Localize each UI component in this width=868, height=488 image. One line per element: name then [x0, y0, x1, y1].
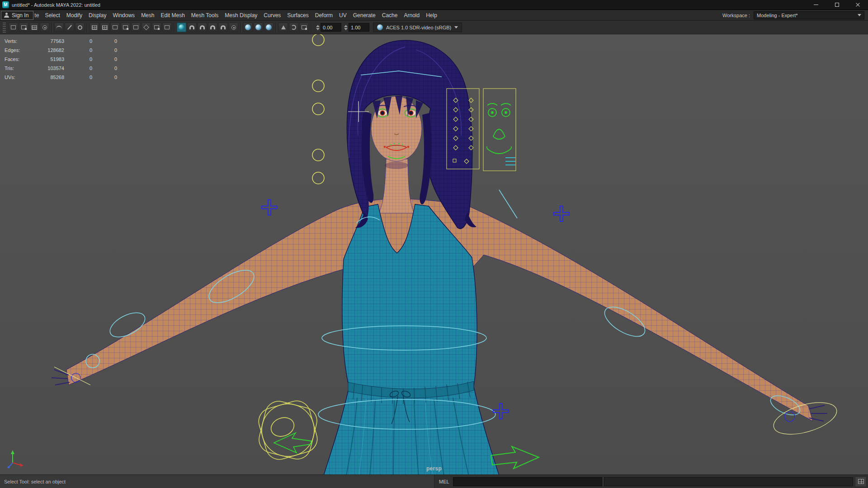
object-mode-icon — [21, 25, 26, 29]
menu-select[interactable]: Select — [42, 10, 63, 20]
lasso-select-button[interactable] — [54, 23, 64, 32]
menu-create-clipped[interactable]: te — [33, 10, 42, 20]
hud-extra: 0 — [92, 55, 117, 64]
workspace-dropdown[interactable]: Modeling - Expert* — [754, 11, 864, 19]
select-by-object-button[interactable] — [19, 23, 28, 32]
maya-app-icon[interactable]: M — [2, 1, 9, 8]
view-grid-button-3[interactable] — [110, 23, 120, 32]
brush-icon — [67, 25, 71, 30]
viewport[interactable]: Verts: 77563 0 0 Edges: 128682 0 0 Faces… — [0, 34, 868, 474]
mel-command-input[interactable] — [453, 477, 602, 486]
toolbar-separator — [87, 23, 87, 33]
sphere-icon — [255, 24, 261, 30]
soft-select-button[interactable] — [75, 23, 85, 32]
menu-surfaces[interactable]: Surfaces — [284, 10, 311, 20]
menu-help[interactable]: Help — [423, 10, 440, 20]
toolbar-separator — [311, 23, 311, 33]
magnet-grid-icon — [189, 25, 194, 29]
maya-window: M untitled* - Autodesk MAYA 2022: untitl… — [0, 0, 868, 488]
layout-button-3[interactable] — [152, 23, 161, 32]
layout-button-2[interactable] — [142, 23, 151, 32]
titlebar: M untitled* - Autodesk MAYA 2022: untitl… — [0, 0, 868, 10]
menu-arnold[interactable]: Arnold — [401, 10, 423, 20]
hud-selected: 0 — [64, 73, 92, 82]
menu-edit-mesh[interactable]: Edit Mesh — [157, 10, 188, 20]
face-gui-expression-panel — [483, 89, 516, 171]
viewport-canvas[interactable] — [0, 34, 868, 474]
field-spinner[interactable] — [316, 25, 320, 30]
snap-to-curves-button[interactable] — [198, 23, 207, 32]
layout-button-1[interactable] — [131, 23, 141, 32]
toolbar-grip[interactable] — [3, 23, 6, 33]
hud-row-faces: Faces: 51983 0 0 — [5, 55, 117, 64]
mel-toggle[interactable]: MEL — [434, 479, 453, 484]
hud-value: 85268 — [28, 73, 64, 82]
view-grid-button-2[interactable] — [100, 23, 109, 32]
hierarchy-mode-icon — [11, 25, 16, 29]
menu-mesh-display[interactable]: Mesh Display — [222, 10, 260, 20]
snap-to-grids-button[interactable] — [187, 23, 197, 32]
render-flag-button-3[interactable] — [264, 23, 274, 32]
render-flag-button-2[interactable] — [254, 23, 263, 32]
select-by-hierarchy-button[interactable] — [9, 23, 18, 32]
input-connections-button[interactable] — [278, 23, 288, 32]
select-by-component-button[interactable] — [29, 23, 39, 32]
spine-circle-controls — [312, 34, 324, 184]
maximize-button[interactable] — [826, 0, 847, 9]
grid-icon — [92, 25, 97, 30]
box-dot-icon — [123, 25, 128, 29]
chevron-down-icon — [454, 26, 458, 28]
menubar: Sign In te Select Modify Display Windows… — [0, 10, 868, 21]
coordinate-entry-field[interactable] — [321, 23, 341, 32]
menu-curves[interactable]: Curves — [260, 10, 284, 20]
snap-to-projected-center-button[interactable] — [218, 23, 228, 32]
scale-entry-field[interactable] — [349, 23, 369, 32]
paint-select-button[interactable] — [65, 23, 74, 32]
menu-uv[interactable]: UV — [336, 10, 350, 20]
character-mesh[interactable] — [52, 40, 827, 474]
right-hand-wires — [809, 405, 827, 421]
snap-to-points-button[interactable] — [208, 23, 217, 32]
menu-windows[interactable]: Windows — [109, 10, 138, 20]
layout-button-4[interactable] — [162, 23, 172, 32]
menu-cache[interactable]: Cache — [379, 10, 401, 20]
workspace-value: Modeling - Expert* — [757, 13, 858, 18]
soft-select-icon — [78, 25, 82, 30]
minimize-icon — [814, 5, 818, 5]
box-icon — [133, 25, 138, 29]
history-icon — [291, 25, 296, 30]
view-grid-button-1[interactable] — [90, 23, 99, 32]
magnet-curve-icon — [200, 25, 205, 29]
script-editor-icon — [858, 479, 864, 484]
construction-history-button[interactable] — [289, 23, 298, 32]
symmetry-toggle-button[interactable] — [177, 23, 186, 32]
diamond-icon — [143, 24, 149, 30]
window-controls — [806, 0, 868, 9]
highlight-selection-button[interactable] — [40, 23, 49, 32]
command-line: MEL — [434, 475, 868, 488]
menu-generate[interactable]: Generate — [350, 10, 379, 20]
script-editor-button[interactable] — [855, 476, 867, 487]
menu-mesh[interactable]: Mesh — [138, 10, 157, 20]
render-flag-button-1[interactable] — [243, 23, 253, 32]
render-settings-button[interactable] — [299, 23, 309, 32]
hud-selected: 0 — [64, 64, 92, 73]
field-spinner[interactable] — [344, 25, 348, 30]
chevron-down-icon — [858, 14, 861, 16]
menu-deform[interactable]: Deform — [312, 10, 336, 20]
close-button[interactable] — [847, 0, 868, 9]
view-grid-button-4[interactable] — [121, 23, 130, 32]
hud-row-edges: Edges: 128682 0 0 — [5, 46, 117, 55]
color-management-dropdown[interactable]: ACES 1.0 SDR-video (sRGB) — [373, 23, 462, 32]
hud-row-uvs: UVs: 85268 0 0 — [5, 73, 117, 82]
command-result-field[interactable] — [604, 477, 853, 486]
menu-display[interactable]: Display — [85, 10, 109, 20]
help-line: Select Tool: select an object — [0, 479, 434, 484]
menu-modify[interactable]: Modify — [63, 10, 85, 20]
menu-mesh-tools[interactable]: Mesh Tools — [188, 10, 222, 20]
sign-in-label: Sign In — [12, 12, 28, 19]
sign-in-button[interactable]: Sign In — [1, 11, 33, 20]
snap-to-view-planes-button[interactable] — [229, 23, 238, 32]
minimize-button[interactable] — [806, 0, 826, 9]
spin-down-icon — [344, 28, 348, 30]
